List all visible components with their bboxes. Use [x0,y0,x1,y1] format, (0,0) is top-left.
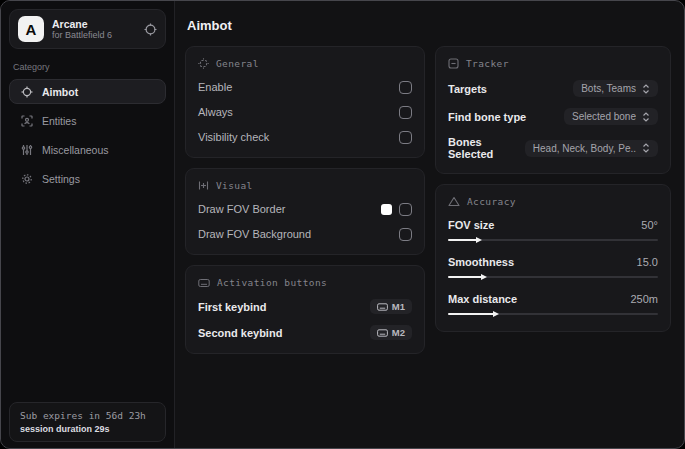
slider-value: 250m [630,293,658,305]
entities-icon [20,115,33,127]
setting-label: Find bone type [448,111,526,123]
setting-row-find-bone-type: Find bone type Selected bone [448,108,658,125]
setting-label: Max distance [448,293,517,305]
draw-fov-border-checkbox[interactable] [399,203,412,216]
setting-row-enable: Enable [198,80,412,94]
card-visual: Visual Draw FOV Border Draw FOV Backgrou… [185,168,425,255]
sidebar-item-label: Aimbot [42,86,78,98]
dropdown-value: Head, Neck, Body, Pe.. [533,143,636,154]
enable-checkbox[interactable] [399,81,412,94]
slider-fill [448,239,477,241]
page-title: Aimbot [187,18,671,33]
card-title: Activation buttons [217,277,327,288]
keyboard-icon [377,303,388,311]
visibility-check-checkbox[interactable] [399,131,412,144]
setting-row-draw-fov-background: Draw FOV Background [198,227,412,241]
slider-fill [448,276,482,278]
left-column: General Enable Always Visibility check [185,46,425,364]
card-visual-header: Visual [198,180,412,191]
slider-row-max-distance: Max distance 250m [448,293,658,305]
target-icon[interactable] [144,23,157,36]
app-logo: A [18,16,44,42]
setting-row-second-keybind: Second keybind M2 [198,325,412,340]
card-title: Visual [216,180,253,191]
targets-dropdown[interactable]: Bots, Teams [573,80,658,97]
card-general-header: General [198,58,412,69]
sliders-icon [20,144,33,156]
unfold-icon [642,84,650,94]
app-window: A Arcane for Battlefield 6 Category [0,0,685,449]
keyboard-icon [377,329,388,337]
setting-row-bones-selected: Bones Selected Head, Neck, Body, Pe.. [448,136,658,160]
smoothness-slider[interactable] [448,273,658,281]
card-title: General [216,58,259,69]
adjustments-icon [198,180,209,191]
fov-border-color-swatch[interactable] [381,204,392,215]
crosshair-icon [20,86,33,98]
app-title: Arcane [52,18,136,30]
setting-label: Always [198,106,233,118]
right-column: Tracker Targets Bots, Teams [435,46,671,342]
sidebar-item-label: Entities [42,115,76,127]
dropdown-value: Selected bone [572,111,636,122]
sidebar-item-entities[interactable]: Entities [9,108,166,133]
sidebar-item-miscellaneous[interactable]: Miscellaneous [9,137,166,162]
setting-row-draw-fov-border: Draw FOV Border [198,202,412,216]
second-keybind-button[interactable]: M2 [370,325,412,340]
card-title: Tracker [466,58,509,69]
subscription-info: Sub expires in 56d 23h session duration … [9,402,166,442]
dropdown-value: Bots, Teams [581,83,636,94]
keybind-value: M1 [392,301,405,312]
card-title: Accuracy [467,196,516,207]
sidebar-item-settings[interactable]: Settings [9,166,166,191]
sidebar-item-label: Miscellaneous [42,144,109,156]
slider-fill [448,313,494,315]
setting-label: Smoothness [448,256,514,268]
card-accuracy-header: Accuracy [448,196,658,207]
setting-label: Draw FOV Border [198,203,285,215]
setting-label: Enable [198,81,232,93]
unfold-icon [642,143,650,153]
slider-row-smoothness: Smoothness 15.0 [448,256,658,268]
slider-value: 50° [641,219,658,231]
bones-selected-dropdown[interactable]: Head, Neck, Body, Pe.. [525,140,658,157]
find-bone-type-dropdown[interactable]: Selected bone [564,108,658,125]
box-minus-icon [448,58,459,69]
triangle-icon [448,196,460,207]
setting-row-first-keybind: First keybind M1 [198,299,412,314]
draw-fov-background-checkbox[interactable] [399,228,412,241]
slider-row-fov-size: FOV size 50° [448,219,658,231]
always-checkbox[interactable] [399,106,412,119]
fov-size-slider[interactable] [448,236,658,244]
first-keybind-button[interactable]: M1 [370,299,412,314]
card-tracker: Tracker Targets Bots, Teams [435,46,671,174]
setting-label: Second keybind [198,327,282,339]
main-content: Aimbot General [175,1,684,448]
card-general: General Enable Always Visibility check [185,46,425,158]
session-duration-text: session duration 29s [20,424,155,434]
setting-label: Targets [448,83,487,95]
selection-crosshair-icon [198,58,209,69]
setting-row-always: Always [198,105,412,119]
sidebar-item-label: Settings [42,173,80,185]
card-activation-header: Activation buttons [198,277,412,288]
card-accuracy: Accuracy FOV size 50° Smoothness 15.0 [435,184,671,332]
brand-text: Arcane for Battlefield 6 [52,18,136,40]
category-label: Category [13,62,162,72]
max-distance-slider[interactable] [448,310,658,318]
sub-expiry-text: Sub expires in 56d 23h [20,410,155,421]
card-tracker-header: Tracker [448,58,658,69]
keybind-value: M2 [392,327,405,338]
setting-row-visibility-check: Visibility check [198,130,412,144]
setting-label: FOV size [448,219,494,231]
brand-card: A Arcane for Battlefield 6 [9,9,166,49]
setting-row-targets: Targets Bots, Teams [448,80,658,97]
gear-icon [20,173,33,185]
slider-value: 15.0 [637,256,658,268]
setting-label: Bones Selected [448,136,525,160]
card-activation-buttons: Activation buttons First keybind M1 [185,265,425,354]
sidebar-item-aimbot[interactable]: Aimbot [9,79,166,104]
setting-label: First keybind [198,301,266,313]
app-subtitle: for Battlefield 6 [52,30,136,40]
keyboard-icon [198,278,210,288]
